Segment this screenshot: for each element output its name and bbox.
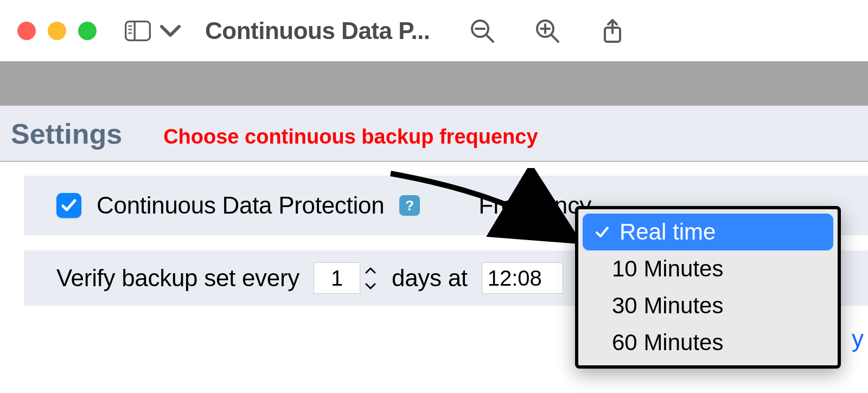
- zoom-in-button[interactable]: [534, 18, 560, 44]
- frequency-dropdown[interactable]: Real time 10 Minutes 30 Minutes 60 Minut…: [575, 206, 841, 369]
- dropdown-item-30-minutes[interactable]: 30 Minutes: [583, 287, 833, 324]
- cdp-checkbox[interactable]: [56, 193, 81, 218]
- settings-title: Settings: [11, 118, 122, 150]
- window-close-button[interactable]: [17, 22, 36, 40]
- dropdown-item-60-minutes[interactable]: 60 Minutes: [583, 324, 833, 361]
- dropdown-item-10-minutes[interactable]: 10 Minutes: [583, 250, 833, 287]
- verify-label-prefix: Verify backup set every: [56, 265, 299, 292]
- dropdown-item-label: 10 Minutes: [612, 256, 723, 282]
- svg-line-9: [551, 35, 558, 42]
- verify-label-middle: days at: [392, 265, 468, 292]
- settings-header: Settings Choose continuous backup freque…: [0, 106, 868, 162]
- dropdown-item-label: 30 Minutes: [612, 293, 723, 319]
- toolbar-divider-band: [0, 61, 868, 106]
- traffic-lights: [17, 22, 97, 40]
- verify-time-input[interactable]: 12:08: [482, 262, 563, 294]
- dropdown-item-real-time[interactable]: Real time: [583, 214, 833, 250]
- dropdown-item-label: Real time: [620, 219, 716, 245]
- annotation-text: Choose continuous backup frequency: [163, 125, 538, 149]
- toolbar-right: [469, 18, 626, 44]
- check-icon: [592, 224, 612, 240]
- share-button[interactable]: [599, 18, 626, 44]
- zoom-out-button[interactable]: [469, 18, 495, 44]
- verify-now-link-peek[interactable]: y N: [852, 325, 868, 352]
- verify-days-input[interactable]: [314, 262, 360, 294]
- chevron-down-icon[interactable]: [157, 18, 183, 44]
- svg-rect-0: [126, 21, 150, 40]
- cdp-label: Continuous Data Protection: [97, 192, 384, 219]
- window-toolbar: Continuous Data P...: [0, 0, 868, 61]
- window-zoom-button[interactable]: [78, 22, 97, 40]
- verify-days-stepper: [314, 262, 378, 294]
- sidebar-toggle-icon[interactable]: [125, 18, 151, 44]
- stepper-down-icon[interactable]: [363, 279, 378, 293]
- svg-line-6: [486, 35, 493, 42]
- stepper-up-icon[interactable]: [363, 263, 378, 278]
- window-title: Continuous Data P...: [205, 17, 430, 44]
- help-icon[interactable]: ?: [399, 195, 420, 216]
- dropdown-item-label: 60 Minutes: [612, 330, 723, 356]
- window-minimize-button[interactable]: [48, 22, 66, 40]
